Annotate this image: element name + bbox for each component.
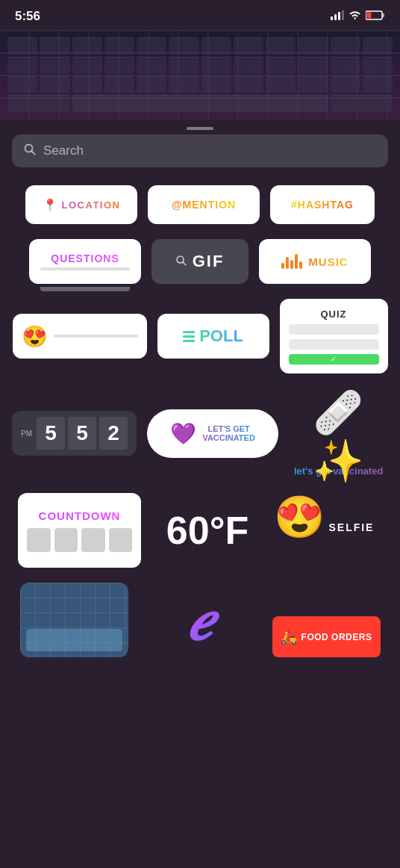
gif-search-icon	[176, 255, 187, 268]
keyboard-keys-decoration	[7, 37, 393, 112]
vaccinated-text: LET'S GET VACCINATED	[202, 424, 254, 442]
quiz-option-2	[289, 339, 379, 350]
clock-digits: 5 5 2	[37, 417, 128, 450]
status-time: 5:56	[15, 9, 40, 24]
status-bar: 5:56	[0, 0, 400, 30]
location-sticker[interactable]: 📍 LOCATION	[25, 185, 137, 224]
drag-handle[interactable]	[0, 120, 400, 134]
temperature-sticker[interactable]: 60°F	[151, 493, 263, 568]
mention-sticker[interactable]: @MENTION	[148, 185, 260, 224]
sticker-row-3: 😍 POLL QUIZ ✓	[12, 299, 388, 373]
svg-rect-6	[367, 13, 372, 19]
vaccinated-sticker[interactable]: 💜 LET'S GET VACCINATED	[147, 409, 278, 458]
clock-digit-3: 2	[99, 417, 128, 450]
poll-sticker[interactable]: POLL	[157, 314, 269, 359]
gif-label: GIF	[193, 252, 225, 271]
battery-icon	[366, 10, 385, 23]
svg-rect-0	[331, 16, 333, 20]
sticker-row-4: PM 5 5 2 💜 LET'S GET VACCINATED 🩹✨ let's…	[12, 388, 388, 478]
countdown-sticker[interactable]: COUNTDOWN	[18, 493, 141, 568]
svg-rect-3	[342, 10, 344, 20]
wifi-icon	[349, 10, 361, 23]
clock-digit-1: 5	[37, 417, 65, 450]
food-orders-icon: 🛵	[281, 629, 297, 645]
location-label: LOCATION	[62, 199, 121, 211]
sticker-row-5: COUNTDOWN 60°F 😍 SELFIE	[12, 493, 388, 568]
poll-label: POLL	[199, 326, 243, 346]
music-sticker[interactable]: MUSIC	[259, 239, 371, 284]
hashtag-label: #HASHTAG	[291, 199, 354, 211]
keyboard-background	[0, 30, 400, 120]
drag-handle-bar	[187, 127, 213, 130]
hashtag-sticker[interactable]: #HASHTAG	[270, 185, 375, 224]
svg-rect-1	[334, 14, 337, 20]
food-orders-sticker[interactable]: 🛵 FOOD ORDERS	[272, 616, 381, 657]
sticker-row-1: 📍 LOCATION @MENTION #HASHTAG	[12, 185, 388, 224]
temperature-value: 60°F	[166, 508, 249, 553]
countdown-tiles	[27, 528, 132, 552]
svg-rect-2	[338, 12, 340, 20]
questions-label: QUESTIONS	[51, 252, 119, 264]
food-orders-label: FOOD ORDERS	[301, 632, 372, 642]
clock-sticker[interactable]: PM 5 5 2	[12, 411, 137, 456]
slider-emoji: 😍	[22, 324, 48, 349]
status-icons	[331, 10, 385, 23]
music-bars-icon	[281, 254, 302, 269]
quiz-title: QUIZ	[289, 309, 379, 320]
questions-sticker[interactable]: QUESTIONS	[29, 239, 141, 284]
quiz-option-1	[289, 324, 379, 335]
svg-line-8	[32, 152, 35, 155]
music-label: MUSIC	[308, 255, 348, 268]
sticker-panel: Search 📍 LOCATION @MENTION #HASHTAG QUES…	[0, 134, 400, 665]
search-bar[interactable]: Search	[12, 134, 388, 167]
cursive-e-sticker[interactable]: 𝑒	[139, 583, 262, 657]
search-icon	[24, 143, 36, 158]
quiz-sticker[interactable]: QUIZ ✓	[280, 299, 388, 373]
countdown-tile-2	[54, 528, 78, 552]
svg-rect-5	[383, 13, 385, 17]
vaccine-emoji: 🩹✨	[313, 388, 364, 486]
countdown-tile-4	[109, 528, 133, 552]
slider-track	[54, 335, 138, 338]
emoji-slider-sticker[interactable]: 😍	[13, 314, 147, 359]
countdown-label: COUNTDOWN	[27, 509, 132, 522]
cursive-e-char: 𝑒	[187, 586, 213, 655]
vaccinated-line-2: VACCINATED	[202, 433, 254, 442]
quiz-option-correct: ✓	[289, 354, 379, 365]
svg-line-10	[183, 262, 186, 265]
mention-label: @MENTION	[172, 199, 236, 211]
poll-lines-icon	[183, 331, 195, 342]
selfie-emoji: 😍	[274, 494, 325, 540]
signal-icon	[331, 10, 344, 22]
selfie-label: SELFIE	[328, 521, 374, 533]
countdown-tile-3	[81, 528, 105, 552]
countdown-tile-1	[27, 528, 51, 552]
clock-digit-2: 5	[68, 417, 96, 450]
location-map-sticker[interactable]	[20, 583, 128, 657]
selfie-sticker[interactable]: 😍 SELFIE	[274, 493, 382, 568]
vaccinated-heart-icon: 💜	[170, 421, 196, 446]
vaccinated-line-1: LET'S GET	[202, 424, 254, 433]
gif-sticker[interactable]: GIF	[151, 239, 249, 284]
quiz-check-icon: ✓	[331, 355, 337, 363]
search-placeholder: Search	[43, 143, 84, 158]
location-pin-icon: 📍	[43, 198, 57, 212]
bottom-row: 𝑒 🛵 FOOD ORDERS	[12, 583, 388, 665]
clock-pm: PM	[21, 430, 32, 438]
vaccine-decoration-sticker[interactable]: 🩹✨ let's get vaccinated	[289, 388, 388, 478]
sticker-row-2: QUESTIONS GIF	[12, 239, 388, 284]
